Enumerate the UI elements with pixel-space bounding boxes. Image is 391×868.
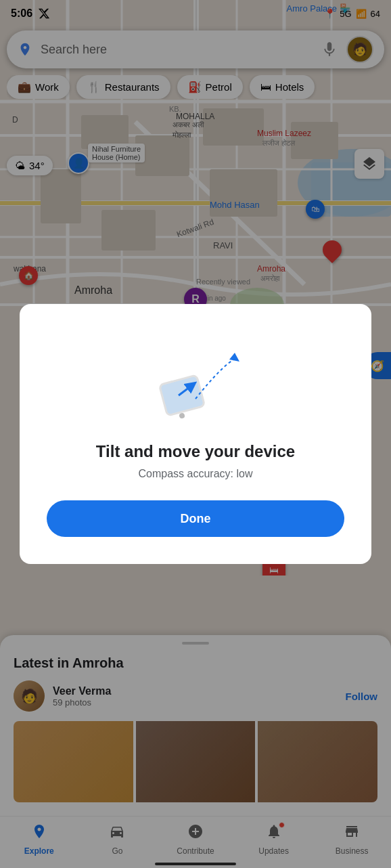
tilt-illustration <box>141 338 250 426</box>
modal-done-button[interactable]: Done <box>47 500 344 537</box>
modal-subtitle: Compass accuracy: low <box>139 468 253 480</box>
modal-overlay: Tilt and move your device Compass accura… <box>0 0 391 868</box>
modal-title: Tilt and move your device <box>96 442 295 461</box>
modal-card: Tilt and move your device Compass accura… <box>20 304 371 564</box>
svg-marker-31 <box>229 353 239 362</box>
